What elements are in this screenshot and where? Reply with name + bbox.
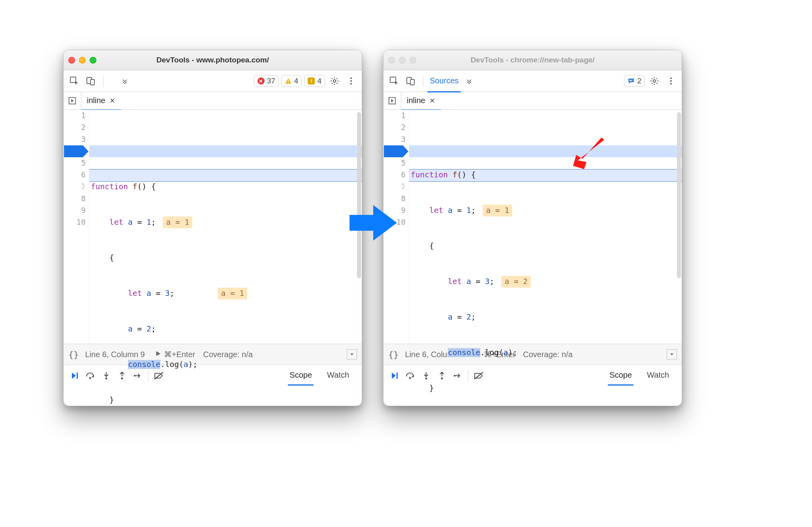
close-window-button[interactable] (388, 57, 395, 64)
svg-rect-20 (630, 81, 632, 81)
svg-rect-18 (410, 79, 414, 85)
editor-scrollbar[interactable] (677, 112, 681, 278)
close-window-button[interactable] (68, 57, 75, 64)
code-line-4: let a = 3;a = 1 (91, 288, 362, 299)
main-toolbar: _ ✕ 37 4 ! 4 (64, 70, 362, 92)
more-tabs-icon[interactable] (462, 74, 476, 88)
svg-rect-26 (397, 373, 398, 379)
code-line-6: console.log(a); (91, 359, 362, 371)
svg-point-23 (670, 80, 672, 82)
file-tab-label: inline (407, 96, 425, 105)
svg-rect-4 (288, 83, 289, 83)
code-line-3: { (411, 240, 682, 252)
svg-point-21 (653, 80, 656, 82)
more-tabs-icon[interactable] (118, 74, 132, 88)
braces-icon[interactable]: {} (68, 350, 79, 359)
svg-point-24 (670, 83, 672, 85)
file-tab-inline[interactable]: inline ✕ (401, 92, 441, 111)
settings-icon[interactable] (328, 74, 341, 88)
code-line-5: a = 2; (91, 323, 362, 335)
settings-icon[interactable] (648, 74, 661, 88)
titlebar: DevTools - chrome://new-tab-page/ (383, 50, 682, 70)
transition-arrow-icon (348, 199, 399, 247)
inspect-element-icon[interactable] (387, 74, 401, 88)
line-gutter: 1 2 3 4 5 6 7 8 9 10 (64, 110, 89, 344)
minimize-window-button[interactable] (79, 57, 86, 64)
issues-badge[interactable]: ! 4 (304, 75, 325, 87)
inline-value-hint: a = 1 (218, 288, 247, 299)
line-number: 1 (64, 110, 86, 122)
inspect-element-icon[interactable] (68, 74, 81, 88)
close-tab-icon[interactable]: ✕ (429, 96, 435, 105)
issues-count: 4 (317, 77, 321, 85)
code-line-2: let a = 1;a = 1 (411, 205, 682, 216)
issue-icon: ! (308, 77, 315, 85)
messages-badge[interactable]: 2 (624, 75, 645, 87)
svg-point-5 (333, 80, 336, 82)
code-line-4: let a = 3;a = 2 (411, 276, 682, 288)
error-icon: ✕ (258, 77, 265, 85)
line-number: 2 (64, 122, 86, 134)
devtools-window-right: DevTools - chrome://new-tab-page/ Source… (383, 50, 682, 406)
navigator-toggle-icon[interactable] (383, 92, 401, 109)
device-toolbar-icon[interactable] (84, 74, 98, 88)
sources-tab[interactable]: Sources (427, 70, 461, 92)
line-number: 2 (383, 122, 406, 134)
message-icon (628, 77, 635, 85)
window-title: DevTools - chrome://new-tab-page/ (383, 56, 682, 64)
messages-count: 2 (637, 77, 641, 85)
file-tab-label: inline (87, 96, 105, 105)
window-title: DevTools - www.photopea.com/ (64, 56, 362, 64)
execution-pointer-icon (384, 145, 409, 157)
device-toolbar-icon[interactable] (404, 74, 417, 88)
execution-highlight: 4 (89, 145, 362, 157)
window-controls (388, 57, 416, 64)
code-line-7: } (411, 382, 682, 394)
warning-icon (285, 77, 292, 85)
code-line-1: function f() { (91, 181, 362, 193)
line-number: 3 (64, 134, 86, 145)
resume-icon[interactable] (387, 371, 402, 380)
inline-value-hint: a = 2 (501, 276, 531, 288)
svg-rect-10 (77, 373, 78, 379)
code-area[interactable]: 4 function f() { let a = 1;a = 1 { let a… (409, 110, 682, 344)
kebab-menu-icon[interactable] (664, 74, 678, 88)
execution-line-number: 4 (67, 181, 86, 193)
execution-highlight: 4 (409, 145, 682, 157)
resume-icon[interactable] (67, 371, 83, 380)
inline-value-hint: a = 1 (163, 216, 192, 228)
errors-badge[interactable]: ✕ 37 (254, 75, 279, 87)
code-line-5: a = 2; (411, 311, 682, 323)
code-line-2: let a = 1;a = 1 (91, 216, 362, 228)
toolbar-separator (423, 75, 423, 87)
file-tab-inline[interactable]: inline ✕ (81, 92, 121, 111)
code-line-1: function f() { (411, 169, 682, 181)
zoom-window-button[interactable] (90, 57, 96, 64)
callout-arrow-icon (571, 137, 606, 171)
kebab-menu-icon[interactable] (344, 74, 358, 88)
code-editor[interactable]: 1 2 3 4 5 6 7 8 9 10 4 function f() { le… (383, 110, 682, 344)
svg-point-8 (350, 83, 352, 85)
warnings-badge[interactable]: 4 (281, 75, 302, 87)
line-number: 6 (383, 169, 406, 181)
close-tab-icon[interactable]: ✕ (109, 96, 115, 105)
svg-point-22 (670, 77, 672, 79)
svg-point-6 (350, 77, 352, 79)
minimize-window-button[interactable] (399, 57, 406, 64)
code-editor[interactable]: 1 2 3 4 5 6 7 8 9 10 4 function f() { (64, 110, 362, 344)
zoom-window-button[interactable] (410, 57, 416, 64)
svg-rect-19 (630, 80, 633, 81)
main-toolbar: Sources 2 (383, 70, 682, 92)
line-number: 8 (64, 193, 86, 205)
braces-icon[interactable]: {} (388, 350, 399, 359)
execution-pointer-icon (64, 145, 89, 157)
editor-scrollbar[interactable] (357, 112, 361, 278)
code-area[interactable]: 4 function f() { let a = 1;a = 1 { let a… (89, 110, 362, 344)
line-number: 5 (64, 157, 86, 169)
inline-value-hint: a = 1 (483, 205, 512, 216)
current-line-highlight (89, 169, 362, 182)
navigator-toggle-icon[interactable] (64, 92, 81, 109)
svg-rect-2 (90, 79, 94, 85)
line-number: 5 (383, 157, 406, 169)
file-tabstrip: inline ✕ (64, 92, 362, 110)
